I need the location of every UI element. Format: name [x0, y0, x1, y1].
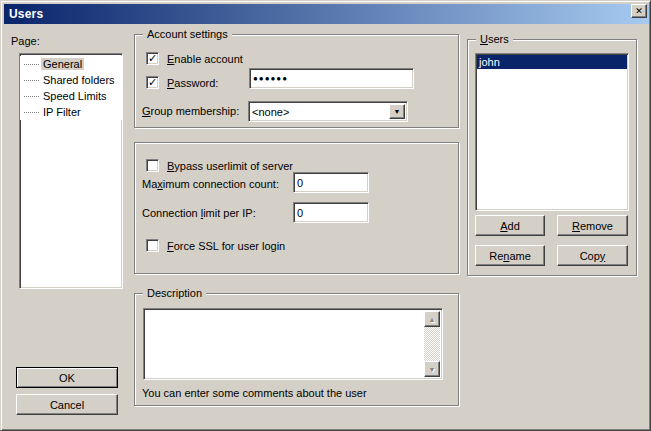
tree-item-shared-folders[interactable]: Shared folders [20, 72, 122, 88]
group-membership-value: <none> [252, 106, 289, 118]
tree-item-ip-filter[interactable]: IP Filter [20, 104, 122, 120]
tree-connector [24, 112, 39, 113]
remove-button[interactable]: Remove [557, 215, 628, 236]
password-label: Password: [167, 77, 218, 89]
description-textarea[interactable]: ▲ ▼ [143, 308, 443, 380]
description-scrollbar[interactable]: ▲ ▼ [424, 311, 440, 377]
tree-item-general[interactable]: General [20, 56, 122, 72]
tree-connector [24, 64, 39, 65]
password-input[interactable] [249, 68, 414, 89]
scroll-down-button[interactable]: ▼ [424, 361, 440, 377]
title-bar: Users [4, 4, 649, 24]
checkmark-icon: ✓ [148, 77, 157, 88]
combo-dropdown-button[interactable]: ▼ [389, 104, 405, 119]
connection-per-ip-input[interactable] [293, 202, 369, 223]
enable-account-checkbox[interactable]: ✓ [146, 52, 159, 65]
force-ssl-label: Force SSL for user login [167, 240, 285, 252]
arrow-down-icon: ▼ [429, 366, 436, 373]
users-list: john [475, 53, 629, 211]
cancel-button[interactable]: Cancel [16, 394, 118, 415]
add-button[interactable]: Add [475, 215, 545, 236]
close-button[interactable]: ✕ [631, 4, 647, 18]
account-settings-title: Account settings [143, 27, 232, 41]
description-title: Description [143, 286, 206, 300]
password-checkbox[interactable]: ✓ [146, 76, 159, 89]
arrow-up-icon: ▲ [429, 316, 436, 323]
group-membership-label: Group membership: [142, 105, 239, 117]
enable-account-label: Enable account [167, 53, 243, 65]
ok-button[interactable]: OK [16, 367, 118, 388]
tree-connector [24, 80, 39, 81]
chevron-down-icon: ▼ [394, 108, 401, 115]
scroll-up-button[interactable]: ▲ [424, 311, 440, 327]
bypass-userlimit-label: Bypass userlimit of server [167, 160, 293, 172]
close-icon: ✕ [635, 7, 643, 16]
checkmark-icon: ✓ [148, 53, 157, 64]
rename-button[interactable]: Rename [475, 245, 545, 266]
tree-connector [24, 96, 39, 97]
max-connection-input[interactable] [293, 172, 369, 193]
group-membership-select[interactable]: <none> ▼ [248, 101, 408, 122]
max-connection-label: Maximum connection count: [142, 178, 279, 190]
connection-per-ip-label: Connection limit per IP: [142, 207, 256, 219]
copy-button[interactable]: Copy [557, 245, 628, 266]
description-hint: You can enter some comments about the us… [142, 387, 367, 399]
force-ssl-checkbox[interactable] [146, 239, 159, 252]
user-list-item-john[interactable]: john [477, 55, 627, 69]
page-tree: General Shared folders Speed Limits IP F… [19, 53, 123, 289]
tree-item-speed-limits[interactable]: Speed Limits [20, 88, 122, 104]
page-label: Page: [11, 35, 40, 47]
users-dialog: Users ✕ Page: General Shared folders Spe… [0, 0, 651, 431]
users-group-title: Users [476, 32, 513, 46]
window-title: Users [9, 7, 43, 21]
bypass-userlimit-checkbox[interactable] [146, 159, 159, 172]
